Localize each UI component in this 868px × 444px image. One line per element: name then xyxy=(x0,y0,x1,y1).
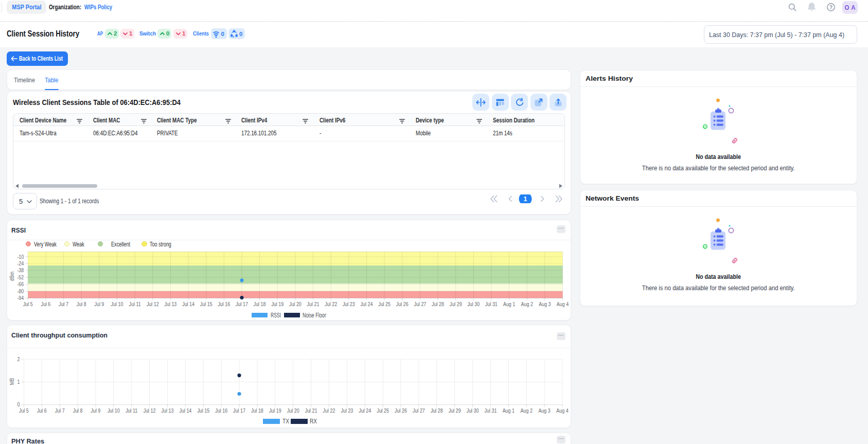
svg-text:Aug 3: Aug 3 xyxy=(539,301,551,307)
svg-text:Jul 25: Jul 25 xyxy=(377,407,389,414)
svg-text:Jul 18: Jul 18 xyxy=(254,301,266,307)
svg-text:?: ? xyxy=(829,5,832,10)
svg-text:0: 0 xyxy=(239,31,242,37)
svg-text:-24: -24 xyxy=(17,260,24,267)
svg-text:Jul 16: Jul 16 xyxy=(215,407,227,414)
svg-text:Jul 9: Jul 9 xyxy=(95,301,104,307)
svg-text:1: 1 xyxy=(524,196,527,203)
svg-text:Jul 13: Jul 13 xyxy=(165,301,177,307)
svg-text:0: 0 xyxy=(166,30,169,37)
svg-text:Jul 21: Jul 21 xyxy=(307,301,320,307)
svg-text:Aug 2: Aug 2 xyxy=(521,407,533,414)
svg-text:Jul 18: Jul 18 xyxy=(251,407,263,414)
svg-text:Jul 14: Jul 14 xyxy=(182,301,194,307)
svg-text:Jul 13: Jul 13 xyxy=(162,407,174,414)
svg-text:-80: -80 xyxy=(17,288,24,294)
svg-text:Jul 26: Jul 26 xyxy=(396,301,409,307)
svg-text:Jul 5: Jul 5 xyxy=(23,301,33,307)
svg-text:Jul 30: Jul 30 xyxy=(467,407,479,414)
svg-text:1: 1 xyxy=(129,30,133,37)
svg-text:Jul 9: Jul 9 xyxy=(91,407,101,414)
svg-text:Jul 20: Jul 20 xyxy=(289,301,302,307)
svg-text:Jul 28: Jul 28 xyxy=(432,301,444,307)
svg-text:Jul 7: Jul 7 xyxy=(55,407,65,414)
svg-text:Jul 15: Jul 15 xyxy=(197,407,209,414)
svg-text:0: 0 xyxy=(221,31,224,37)
svg-text:-38: -38 xyxy=(17,267,24,273)
svg-text:Jul 25: Jul 25 xyxy=(378,301,391,307)
svg-text:Jul 27: Jul 27 xyxy=(413,407,425,414)
svg-text:Aug 3: Aug 3 xyxy=(538,407,550,414)
svg-text:Jul 23: Jul 23 xyxy=(341,407,353,414)
svg-text:Jul 10: Jul 10 xyxy=(111,301,123,307)
svg-text:Jul 22: Jul 22 xyxy=(323,407,335,414)
svg-text:Jul 26: Jul 26 xyxy=(395,407,407,414)
svg-text:Jul 29: Jul 29 xyxy=(450,301,462,307)
svg-text:Jul 19: Jul 19 xyxy=(269,407,281,414)
svg-text:Aug 1: Aug 1 xyxy=(503,301,515,307)
svg-text:Jul 16: Jul 16 xyxy=(218,301,230,307)
svg-text:Jul 20: Jul 20 xyxy=(287,407,299,414)
svg-text:2: 2 xyxy=(17,356,20,362)
svg-text:Jul 30: Jul 30 xyxy=(467,301,480,307)
svg-text:dBm: dBm xyxy=(9,272,15,281)
svg-text:Jul 11: Jul 11 xyxy=(126,407,137,414)
svg-text:1: 1 xyxy=(17,379,20,385)
svg-text:-66: -66 xyxy=(17,281,24,287)
svg-text:Aug 4: Aug 4 xyxy=(557,301,569,307)
svg-text:0: 0 xyxy=(17,401,20,407)
svg-text:Jul 11: Jul 11 xyxy=(129,301,141,307)
svg-text:Jul 17: Jul 17 xyxy=(233,407,245,414)
svg-text:Jul 14: Jul 14 xyxy=(180,407,192,414)
svg-text:Jul 31: Jul 31 xyxy=(485,301,498,307)
svg-text:-94: -94 xyxy=(17,295,24,301)
svg-text:Jul 19: Jul 19 xyxy=(271,301,284,307)
svg-text:Jul 5: Jul 5 xyxy=(19,407,29,414)
svg-text:Jul 6: Jul 6 xyxy=(41,301,51,307)
svg-text:Jul 28: Jul 28 xyxy=(431,407,443,414)
svg-text:Jul 29: Jul 29 xyxy=(449,407,461,414)
svg-text:Aug 1: Aug 1 xyxy=(503,407,515,414)
svg-text:Jul 6: Jul 6 xyxy=(37,407,47,414)
svg-text:Jul 12: Jul 12 xyxy=(144,407,156,414)
svg-text:Jul 10: Jul 10 xyxy=(108,407,120,414)
svg-text:Jul 23: Jul 23 xyxy=(343,301,355,307)
svg-text:Aug 2: Aug 2 xyxy=(521,301,533,307)
svg-text:1: 1 xyxy=(182,30,186,37)
svg-text:Jul 8: Jul 8 xyxy=(77,301,86,307)
svg-text:Jul 17: Jul 17 xyxy=(236,301,248,307)
svg-text:Aug 4: Aug 4 xyxy=(556,407,568,414)
svg-text:-10: -10 xyxy=(17,254,24,260)
svg-text:MB: MB xyxy=(9,378,15,385)
svg-text:Jul 21: Jul 21 xyxy=(305,407,317,414)
svg-text:Jul 24: Jul 24 xyxy=(359,407,371,414)
svg-text:Jul 22: Jul 22 xyxy=(325,301,337,307)
svg-text:2: 2 xyxy=(114,30,117,37)
svg-text:Jul 12: Jul 12 xyxy=(147,301,159,307)
svg-text:Jul 15: Jul 15 xyxy=(200,301,212,307)
svg-text:Jul 7: Jul 7 xyxy=(59,301,68,307)
svg-text:Jul 27: Jul 27 xyxy=(414,301,427,307)
svg-text:Jul 24: Jul 24 xyxy=(361,301,373,307)
svg-text:Jul 8: Jul 8 xyxy=(73,407,83,414)
svg-text:-52: -52 xyxy=(17,274,24,280)
svg-text:Jul 31: Jul 31 xyxy=(485,407,497,414)
